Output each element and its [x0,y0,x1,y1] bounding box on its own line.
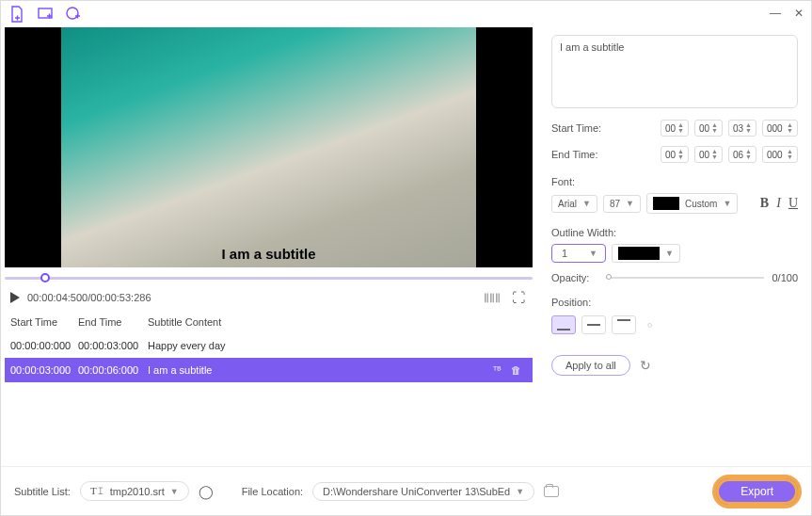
outline-color-select[interactable]: ▼ [612,244,680,263]
start-hh-input[interactable]: 00▲▼ [661,120,689,137]
table-row[interactable]: 00:00:00:000 00:00:03:000 Happy every da… [5,333,533,358]
end-ss-input[interactable]: 06▲▼ [728,146,756,163]
delete-icon[interactable]: 🗑 [511,364,521,377]
subtitle-file-select[interactable]: T𝙸 tmp2010.srt ▼ [80,481,189,501]
cell-start: 00:00:03:000 [10,364,78,376]
opacity-label: Opacity: [551,272,598,283]
open-folder-icon[interactable] [544,486,559,497]
start-ss-input[interactable]: 03▲▼ [728,120,756,137]
time-display: 00:00:04:500/00:00:53:286 [27,292,151,303]
cell-end: 00:00:03:000 [78,340,148,351]
col-end-header: End Time [78,316,148,328]
end-time-label: End Time: [551,149,608,160]
add-url-icon[interactable] [65,6,82,23]
opacity-slider[interactable] [606,277,764,279]
cell-content: Happy every day [148,340,527,351]
bottom-bar: Subtitle List: T𝙸 tmp2010.srt ▼ ◯ File L… [1,466,811,515]
search-subtitle-icon[interactable]: ◯ [199,484,214,499]
translate-icon[interactable]: ᵀᴮ [493,364,502,377]
col-start-header: Start Time [10,316,78,328]
outline-width-label: Outline Width: [551,227,798,238]
waveform-icon[interactable]: ⦀⦀⦀ [484,290,501,306]
opacity-value: 0/100 [772,272,798,283]
font-label: Font: [551,176,798,187]
col-content-header: Subtitle Content [148,316,527,328]
position-label: Position: [551,297,798,308]
end-hh-input[interactable]: 00▲▼ [661,146,689,163]
title-bar: — ✕ [1,1,811,27]
cell-content: I am a subtitle [148,364,493,376]
start-mm-input[interactable]: 00▲▼ [694,120,723,137]
font-family-select[interactable]: Arial▼ [551,195,597,213]
outline-width-select[interactable]: 1▼ [551,244,606,263]
minimize-button[interactable]: — [770,7,781,20]
file-location-label: File Location: [242,486,303,497]
bold-button[interactable]: B [760,196,769,211]
subtitle-list-label: Subtitle List: [14,486,71,497]
color-swatch-icon [618,247,660,260]
start-ms-input[interactable]: 000▲▼ [762,120,798,137]
font-size-select[interactable]: 87▼ [603,195,641,213]
end-ms-input[interactable]: 000▲▼ [762,146,798,163]
table-row[interactable]: 00:00:03:000 00:00:06:000 I am a subtitl… [5,358,533,382]
close-button[interactable]: ✕ [794,7,804,20]
subtitle-overlay: I am a subtitle [221,246,315,262]
export-button[interactable]: Export [716,478,798,505]
start-time-label: Start Time: [551,122,608,134]
end-mm-input[interactable]: 00▲▼ [694,146,723,163]
timeline-scrubber[interactable] [5,273,533,284]
fullscreen-icon[interactable]: ⛶ [512,290,525,306]
position-bottom-button[interactable] [551,315,576,334]
position-slider-thumb-icon[interactable]: ○ [647,320,652,330]
play-button[interactable] [10,292,20,303]
cell-start: 00:00:00:000 [10,340,78,351]
underline-button[interactable]: U [788,196,798,211]
subtitle-table-header: Start Time End Time Subtitle Content [5,311,533,333]
subtitle-text-input[interactable]: I am a subtitle [551,35,798,108]
position-top-button[interactable] [612,315,636,334]
svg-point-1 [67,8,78,19]
file-location-select[interactable]: D:\Wondershare UniConverter 13\SubEd▼ [312,482,534,501]
reset-icon[interactable]: ↻ [640,358,651,373]
color-swatch-icon [653,197,679,210]
position-middle-button[interactable] [581,315,606,334]
add-file-icon[interactable] [8,6,25,23]
cell-end: 00:00:06:000 [78,364,148,376]
font-color-select[interactable]: Custom▼ [646,193,738,214]
add-screen-icon[interactable] [37,6,54,23]
italic-button[interactable]: I [776,196,781,211]
video-preview[interactable]: I am a subtitle [5,27,533,267]
apply-to-all-button[interactable]: Apply to all [551,355,630,376]
